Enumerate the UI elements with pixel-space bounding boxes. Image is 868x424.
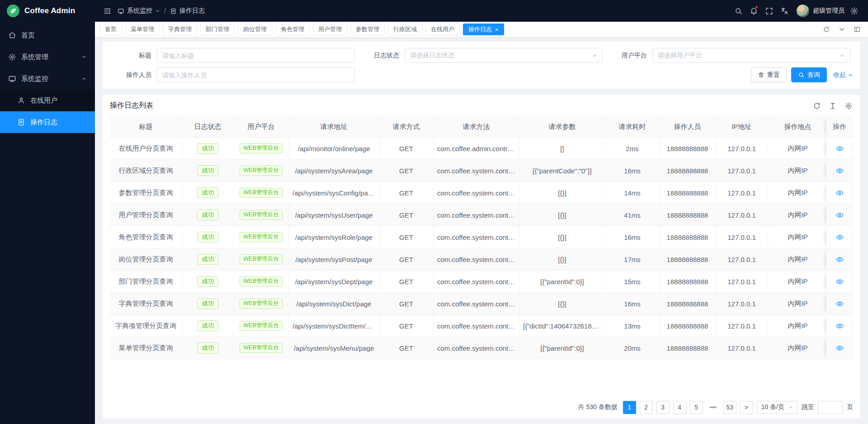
table-row[interactable]: 字典管理分页查询 成功 WEB管理后台 /api/system/sysDict/…: [110, 293, 853, 315]
fullscreen-icon[interactable]: [761, 3, 777, 19]
notification-dot: [755, 5, 758, 9]
platform-select[interactable]: 请选择用户平台: [652, 48, 850, 63]
view-detail-eye-icon[interactable]: [835, 189, 844, 197]
sidebar-item-system-monitor[interactable]: 系统监控: [0, 68, 95, 90]
chevron-up-icon: [848, 72, 853, 78]
avatar[interactable]: [797, 5, 809, 17]
tab-item[interactable]: 用户管理: [313, 24, 347, 35]
view-detail-eye-icon[interactable]: [835, 322, 844, 330]
sidebar-item-online-users[interactable]: 在线用户: [0, 90, 95, 111]
refresh-icon[interactable]: [820, 23, 833, 36]
view-detail-eye-icon[interactable]: [835, 211, 844, 219]
page-button[interactable]: •••: [707, 401, 720, 414]
cell-title: 菜单管理分页查询: [110, 337, 182, 359]
view-detail-eye-icon[interactable]: [835, 144, 844, 153]
cell-url: /api/system/sysMenu/page: [289, 337, 379, 359]
sidebar-item-label: 系统监控: [21, 75, 48, 83]
page-button[interactable]: 5: [690, 401, 703, 414]
page-button[interactable]: 1: [623, 401, 636, 414]
chevron-down-icon: [592, 53, 597, 58]
table-row[interactable]: 用户管理分页查询 成功 WEB管理后台 /api/system/sysUser/…: [110, 204, 853, 226]
filter-field-operator: 操作人员: [110, 67, 355, 82]
title-input[interactable]: [162, 52, 349, 59]
cell-ip: 127.0.0.1: [716, 182, 768, 204]
page-button[interactable]: 2: [640, 401, 653, 414]
table-row[interactable]: 字典项管理分页查询 成功 WEB管理后台 /api/system/sysDict…: [110, 315, 853, 337]
col-location: 操作地点: [768, 116, 828, 138]
cell-action: [826, 337, 853, 359]
cell-platform: WEB管理后台: [234, 271, 289, 293]
search-button[interactable]: 查询: [791, 67, 827, 82]
search-icon[interactable]: [731, 3, 746, 19]
cell-status: 成功: [182, 271, 234, 293]
log-table-scroll[interactable]: 标题 日志状态 用户平台 请求地址 请求方式 请求方法 请求参数 请求耗时 操作…: [110, 116, 853, 396]
breadcrumb-label: 操作日志: [179, 7, 205, 15]
cell-method: GET: [379, 337, 434, 359]
cell-function: com.coffee.admin.controller...: [434, 138, 519, 160]
cell-action: [826, 248, 853, 271]
view-detail-eye-icon[interactable]: [835, 233, 844, 242]
table-row[interactable]: 部门管理分页查询 成功 WEB管理后台 /api/system/sysDept/…: [110, 271, 853, 293]
breadcrumb-system-monitor[interactable]: 系统监控: [118, 7, 160, 15]
cell-url: /api/system/sysRole/page: [289, 226, 379, 248]
view-detail-eye-icon[interactable]: [835, 300, 844, 308]
chevron-down-icon[interactable]: [835, 23, 848, 36]
table-row[interactable]: 菜单管理分页查询 成功 WEB管理后台 /api/system/sysMenu/…: [110, 337, 853, 359]
sidebar-item-home[interactable]: 首页: [0, 24, 95, 46]
view-detail-eye-icon[interactable]: [835, 255, 844, 264]
home-icon: [8, 31, 16, 39]
view-detail-eye-icon[interactable]: [835, 277, 844, 286]
jump-page-input[interactable]: [818, 401, 843, 414]
next-page-button[interactable]: >: [740, 401, 753, 414]
status-badge: 成功: [197, 298, 218, 310]
cell-title: 行政区域分页查询: [110, 160, 182, 182]
operator-input[interactable]: [162, 71, 349, 79]
table-row[interactable]: 参数管理分页查询 成功 WEB管理后台 /api/system/sysConfi…: [110, 182, 853, 204]
sidebar-item-system-management[interactable]: 系统管理: [0, 46, 95, 68]
tab-item[interactable]: 岗位管理: [238, 24, 272, 35]
view-detail-eye-icon[interactable]: [835, 167, 844, 175]
breadcrumb-operation-logs[interactable]: 操作日志: [170, 7, 205, 15]
cell-duration: 13ms: [605, 315, 660, 337]
row-height-icon[interactable]: [828, 101, 837, 110]
table-row[interactable]: 角色管理分页查询 成功 WEB管理后台 /api/system/sysRole/…: [110, 226, 853, 248]
page-button[interactable]: 4: [673, 401, 686, 414]
page-button[interactable]: 3: [656, 401, 670, 414]
tab-label: 菜单管理: [131, 25, 154, 33]
cell-params: [{}]: [519, 204, 605, 226]
table-row[interactable]: 岗位管理分页查询 成功 WEB管理后台 /api/system/sysPost/…: [110, 248, 853, 271]
tab-item[interactable]: 部门管理: [200, 24, 235, 35]
translate-icon[interactable]: [777, 3, 792, 19]
collapse-filter-link[interactable]: 收起: [833, 71, 853, 79]
tab-item[interactable]: 菜单管理: [125, 24, 160, 35]
refresh-icon[interactable]: [812, 101, 821, 110]
view-detail-eye-icon[interactable]: [835, 344, 844, 353]
column-settings-gear-icon[interactable]: [844, 101, 853, 110]
sidebar-item-operation-logs[interactable]: 操作日志: [0, 111, 95, 133]
table-row[interactable]: 行政区域分页查询 成功 WEB管理后台 /api/system/sysArea/…: [110, 160, 853, 182]
table-row[interactable]: 在线用户分页查询 成功 WEB管理后台 /api/monitor/online/…: [110, 138, 853, 160]
tab-item[interactable]: 字典管理: [163, 24, 197, 35]
reset-button[interactable]: 重置: [751, 67, 787, 82]
pagination-total: 共 530 条数据: [578, 403, 618, 411]
cell-platform: WEB管理后台: [234, 315, 289, 337]
tab-item[interactable]: 参数管理: [350, 24, 385, 35]
tab-layout-icon[interactable]: [851, 23, 863, 36]
tab-item[interactable]: 角色管理: [275, 24, 310, 35]
username[interactable]: 超级管理员: [813, 7, 844, 15]
sidebar-item-label: 操作日志: [30, 118, 57, 127]
tab-item[interactable]: 在线用户: [425, 24, 460, 35]
cell-platform: WEB管理后台: [234, 182, 289, 204]
status-select[interactable]: 请选择日志状态: [405, 48, 603, 63]
page-size-select[interactable]: 10 条/页: [757, 401, 798, 414]
tab-item[interactable]: 操作日志 ×: [463, 24, 504, 35]
notification-bell-icon[interactable]: [746, 3, 761, 19]
tab-item[interactable]: 行政区域: [388, 24, 422, 35]
menu-fold-icon[interactable]: [99, 3, 115, 19]
cell-params: [{}]: [519, 182, 605, 204]
tab-item[interactable]: 首页: [99, 24, 122, 35]
tab-close-icon[interactable]: ×: [495, 27, 499, 33]
status-badge: 成功: [197, 232, 218, 243]
page-button[interactable]: 53: [723, 401, 736, 414]
settings-gear-icon[interactable]: [846, 3, 862, 19]
